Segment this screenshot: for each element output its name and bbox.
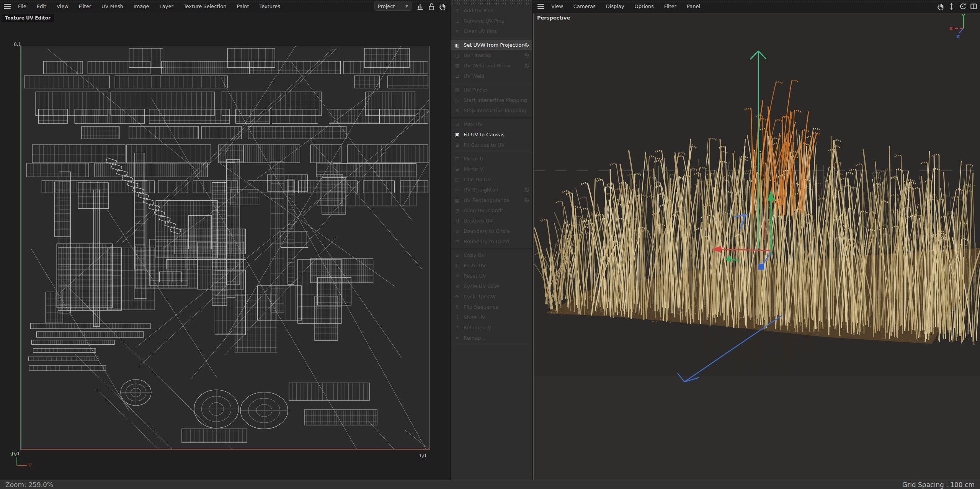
- viewport-menu-view[interactable]: View: [551, 3, 563, 9]
- line-up-uv-icon: ◰: [454, 177, 461, 182]
- uv-editor-title: Texture UV Editor: [2, 14, 54, 22]
- cmd-remap[interactable]: ⌗Remap...: [451, 333, 532, 343]
- menu-edit[interactable]: Edit: [37, 3, 46, 9]
- maximize-view-icon[interactable]: [969, 2, 978, 10]
- command-group: ▨UV Peeler▷Start Interactive Mapping⊘Sto…: [451, 84, 532, 118]
- command-label: Remap...: [464, 335, 486, 341]
- menu-textures[interactable]: Textures: [260, 3, 280, 9]
- uv-command-panel: ⊤Add UV Pins⊥Remove UV Pins✕Clear UV Pin…: [450, 0, 532, 480]
- cmd-uv-weld[interactable]: ⊔UV Weld: [451, 71, 532, 81]
- cmd-cycle-uv-ccw[interactable]: ⟲Cycle UV CCW: [451, 281, 532, 291]
- cmd-reset-uv[interactable]: ↺Reset UV: [451, 271, 532, 281]
- cmd-copy-uv[interactable]: ⧉Copy UV: [451, 250, 532, 260]
- menu-view[interactable]: View: [57, 3, 69, 9]
- gear-icon[interactable]: [524, 43, 529, 48]
- cmd-mirror-u[interactable]: ◫Mirror U: [451, 154, 532, 164]
- pin-add-icon: ⊤: [454, 8, 461, 13]
- project-selector-value: Project: [378, 3, 395, 9]
- viewport-canvas[interactable]: YXZ: [534, 13, 980, 480]
- menu-paint[interactable]: Paint: [237, 3, 249, 9]
- command-label: Start Interactive Mapping: [464, 97, 527, 103]
- viewport-menu-cameras[interactable]: Cameras: [573, 3, 596, 9]
- cmd-stop-interactive-mapping[interactable]: ⊘Stop Interactive Mapping: [451, 105, 532, 116]
- gear-icon[interactable]: [524, 187, 529, 193]
- cmd-clear-uv-pins[interactable]: ✕Clear UV Pins: [451, 26, 532, 36]
- hamburger-menu-icon[interactable]: [4, 4, 11, 10]
- menu-image[interactable]: Image: [134, 3, 149, 9]
- menu-filter[interactable]: Filter: [79, 3, 91, 9]
- cmd-fit-canvas-to-uv[interactable]: ⊞Fit Canvas to UV: [451, 140, 532, 150]
- cmd-mirror-v[interactable]: ⊟Mirror V: [451, 164, 532, 174]
- uv-canvas[interactable]: [21, 46, 430, 449]
- pan-vertical-icon[interactable]: [947, 2, 956, 10]
- fit-uv-to-canvas-icon: ▣: [454, 132, 461, 137]
- command-label: Set UVW from Projection: [464, 42, 525, 48]
- command-group: ⊤Add UV Pins⊥Remove UV Pins✕Clear UV Pin…: [451, 5, 532, 38]
- cmd-boundary-to-circle[interactable]: ⊙Boundary to Circle: [451, 226, 532, 236]
- command-label: UV Rectangularize: [464, 197, 509, 203]
- cmd-uv-weld-and-relax[interactable]: ▥UV Weld and Relax: [451, 61, 532, 71]
- hand-icon[interactable]: [936, 2, 944, 10]
- viewport-menu-panel[interactable]: Panel: [687, 3, 700, 9]
- command-label: Max UV: [464, 121, 482, 127]
- cmd-paste-uv[interactable]: ⎘Paste UV: [451, 260, 532, 271]
- menu-file[interactable]: File: [18, 3, 26, 9]
- pin-remove-icon: ⊥: [454, 18, 461, 24]
- gear-icon[interactable]: [524, 53, 529, 58]
- command-label: Store UV: [464, 314, 485, 320]
- cmd-cycle-uv-cw[interactable]: ⟳Cycle UV CW: [451, 291, 532, 302]
- panel-grip-handle[interactable]: [451, 0, 532, 5]
- viewport-menu-filter[interactable]: Filter: [664, 3, 676, 9]
- command-group: ⧉Copy UV⎘Paste UV↺Reset UV⟲Cycle UV CCW⟳…: [451, 250, 532, 345]
- viewport-menubar: ViewCamerasDisplayOptionsFilterPanel: [551, 0, 700, 13]
- reset-uv-icon: ↺: [454, 273, 461, 279]
- cmd-uv-straighten[interactable]: ▭UV Straighten: [451, 185, 532, 195]
- cmd-align-uv-islands[interactable]: ◔Align UV Islands: [451, 205, 532, 216]
- cmd-boundary-to-quad[interactable]: ⊡Boundary to Quad: [451, 236, 532, 247]
- uv-corner-label-10: 1,0: [419, 453, 426, 458]
- gear-icon[interactable]: [524, 198, 529, 203]
- command-label: Paste UV: [464, 263, 486, 268]
- cmd-store-uv[interactable]: ↧Store UV: [451, 312, 532, 322]
- cmd-start-interactive-mapping[interactable]: ▷Start Interactive Mapping: [451, 95, 532, 105]
- clear-pins-icon: ✕: [454, 29, 461, 34]
- cmd-uv-unwrap[interactable]: ▤UV Unwrap: [451, 50, 532, 61]
- menu-texture-selection[interactable]: Texture Selection: [184, 3, 227, 9]
- menu-uv-mesh[interactable]: UV Mesh: [101, 3, 123, 9]
- command-label: Reset UV: [464, 273, 486, 279]
- viewport-hamburger-menu-icon[interactable]: [537, 4, 544, 10]
- cmd-fit-uv-to-canvas[interactable]: ▣Fit UV to Canvas: [451, 129, 532, 140]
- project-selector[interactable]: Project ▼: [374, 2, 412, 11]
- cmd-restore-uv[interactable]: ↥Restore UV: [451, 322, 532, 333]
- lock-open-icon[interactable]: [427, 2, 435, 10]
- cmd-set-uvw-from-projection[interactable]: ◧Set UVW from Projection: [451, 40, 532, 50]
- menu-layer[interactable]: Layer: [160, 3, 173, 9]
- restore-uv-icon: ↥: [454, 325, 461, 330]
- cmd-line-up-uv[interactable]: ◰Line Up UV: [451, 174, 532, 185]
- cmd-flip-sequence[interactable]: ⇅Flip Sequence: [451, 302, 532, 312]
- viewport-menu-options[interactable]: Options: [635, 3, 654, 9]
- uv-corner-label-01: 0,1: [14, 42, 21, 47]
- perspective-viewport[interactable]: Perspective YXZ: [533, 13, 980, 480]
- hand-icon[interactable]: [438, 2, 446, 10]
- remap-icon: ⌗: [454, 335, 461, 341]
- cmd-unstitch-uv[interactable]: ∐Unstitch UV: [451, 216, 532, 226]
- chart-icon[interactable]: [416, 2, 424, 10]
- gear-icon[interactable]: [524, 63, 529, 69]
- rotate-view-icon[interactable]: [958, 2, 967, 10]
- viewport-menu-display[interactable]: Display: [606, 3, 624, 9]
- start-mapping-icon: ▷: [454, 98, 461, 103]
- uv-u-axis-edge: [21, 449, 430, 450]
- cmd-add-uv-pins[interactable]: ⊤Add UV Pins: [451, 5, 532, 16]
- uv-mini-axis-v: [16, 457, 17, 466]
- max-uv-icon: ⊠: [454, 122, 461, 127]
- svg-text:Z: Z: [956, 34, 960, 39]
- stop-mapping-icon: ⊘: [454, 108, 461, 113]
- cmd-uv-peeler[interactable]: ▨UV Peeler: [451, 85, 532, 95]
- command-label: Stop Interactive Mapping: [464, 108, 526, 113]
- cycle-uv-ccw-icon: ⟲: [454, 284, 461, 289]
- cmd-max-uv[interactable]: ⊠Max UV: [451, 119, 532, 129]
- cmd-uv-rectangularize[interactable]: ▦UV Rectangularize: [451, 195, 532, 205]
- viewport-label[interactable]: Perspective: [537, 15, 570, 21]
- cmd-remove-uv-pins[interactable]: ⊥Remove UV Pins: [451, 16, 532, 26]
